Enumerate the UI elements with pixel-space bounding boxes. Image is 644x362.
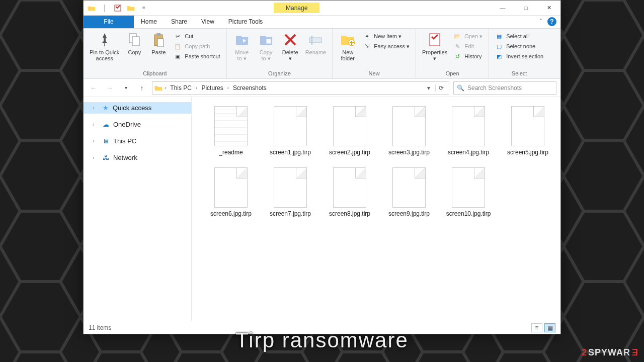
tab-picture-tools[interactable]: Picture Tools <box>221 16 270 28</box>
delete-button[interactable]: Delete ▾ <box>278 31 302 63</box>
breadcrumb[interactable]: › This PC › Pictures › Screenshots ▾ ⟳ <box>152 81 449 95</box>
move-to-button[interactable]: Move to ▾ <box>230 31 254 63</box>
tree-quick-access[interactable]: › ★ Quick access <box>84 102 191 114</box>
new-item-button[interactable]: ✦New item ▾ <box>362 32 411 41</box>
file-item[interactable]: _readme <box>206 106 256 156</box>
easy-access-button[interactable]: ⇲Easy access ▾ <box>362 42 411 51</box>
file-thumb <box>452 167 485 208</box>
qat-newfolder-icon[interactable] <box>125 3 137 14</box>
address-dropdown-icon[interactable]: ▾ <box>424 84 433 92</box>
copy-path-icon: 📋 <box>174 42 182 50</box>
file-thumb <box>511 106 544 146</box>
window-controls: — □ ✕ <box>491 1 560 16</box>
file-name: screen5.jpg.tirp <box>507 149 548 156</box>
search-input[interactable]: 🔍 Search Screenshots <box>453 81 556 95</box>
minimize-button[interactable]: — <box>491 1 514 16</box>
tab-share[interactable]: Share <box>164 16 194 28</box>
monitor-icon: 🖥 <box>103 137 109 145</box>
close-button[interactable]: ✕ <box>537 1 560 16</box>
pin-to-quick-access-button[interactable]: Pin to Quick access <box>87 31 122 62</box>
properties-button[interactable]: Properties ▾ <box>419 31 450 63</box>
tab-home[interactable]: Home <box>134 16 164 28</box>
delete-label: Delete ▾ <box>282 49 298 62</box>
chevron-right-icon: › <box>196 85 197 90</box>
open-icon: 📂 <box>453 32 461 40</box>
search-placeholder: Search Screenshots <box>467 84 522 92</box>
qat-properties-icon[interactable] <box>112 3 124 14</box>
copy-path-button[interactable]: 📋Copy path <box>173 42 221 51</box>
breadcrumb-thispc[interactable]: This PC <box>168 84 194 92</box>
watermark-2: 2 <box>582 347 587 358</box>
tree-network[interactable]: › 🖧 Network <box>84 152 191 163</box>
collapse-ribbon-icon[interactable]: ˄ <box>535 16 546 28</box>
file-item[interactable]: screen3.jpg.tirp <box>384 106 434 156</box>
up-button[interactable]: ↑ <box>136 82 148 94</box>
nav-tree[interactable]: › ★ Quick access › ☁ OneDrive › 🖥 This P… <box>84 97 192 321</box>
paste-shortcut-button[interactable]: ▣Paste shortcut <box>173 52 221 61</box>
tab-view[interactable]: View <box>194 16 221 28</box>
network-icon: 🖧 <box>103 154 109 161</box>
svg-rect-10 <box>309 38 321 43</box>
qat-customize-icon[interactable]: ≡ <box>138 3 150 14</box>
contextual-tab-manage[interactable]: Manage <box>274 3 319 13</box>
file-item[interactable]: screen6.jpg.tirp <box>206 167 256 218</box>
file-item[interactable]: screen1.jpg.tirp <box>265 106 315 156</box>
easy-access-icon: ⇲ <box>363 42 371 50</box>
cut-button[interactable]: ✂Cut <box>173 32 221 41</box>
forward-button[interactable]: → <box>104 82 116 94</box>
tree-onedrive[interactable]: › ☁ OneDrive <box>84 119 191 130</box>
select-none-icon: ▢ <box>495 42 503 50</box>
file-item[interactable]: screen4.jpg.tirp <box>443 106 494 156</box>
image-caption: Tirp ransomware <box>0 328 644 352</box>
select-none-label: Select none <box>506 43 535 49</box>
edit-button[interactable]: ✎Edit <box>452 42 484 51</box>
copy-button[interactable]: Copy <box>122 31 146 56</box>
file-item[interactable]: screen2.jpg.tirp <box>325 106 375 156</box>
history-label: History <box>464 53 481 59</box>
breadcrumb-screenshots[interactable]: Screenshots <box>231 84 269 92</box>
select-none-button[interactable]: ▢Select none <box>494 42 544 51</box>
recent-locations-button[interactable]: ▾ <box>120 82 132 94</box>
qat-divider: | <box>99 3 111 14</box>
file-thumb <box>274 106 307 146</box>
file-name: _readme <box>219 149 243 156</box>
ribbon: Pin to Quick access Copy Paste ✂Cut 📋Cop… <box>84 29 560 79</box>
tab-file[interactable]: File <box>84 16 134 28</box>
titlebar: | ≡ Manage — □ ✕ <box>84 1 560 16</box>
file-item[interactable]: screen10.jpg.tirp <box>443 167 494 218</box>
help-icon[interactable]: ? <box>547 17 556 26</box>
history-button[interactable]: ↺History <box>452 52 484 61</box>
file-name: screen6.jpg.tirp <box>210 211 252 218</box>
open-button[interactable]: 📂Open ▾ <box>452 32 484 41</box>
file-item[interactable]: screen8.jpg.tirp <box>325 167 375 218</box>
rename-label: Rename <box>305 49 327 55</box>
file-item[interactable]: screen7.jpg.tirp <box>265 167 315 218</box>
edit-icon: ✎ <box>453 42 461 50</box>
rename-button[interactable]: Rename <box>302 31 330 56</box>
new-folder-button[interactable]: New folder <box>336 31 360 62</box>
paste-button[interactable]: Paste <box>146 31 171 56</box>
copy-to-button[interactable]: Copy to ▾ <box>254 31 278 63</box>
refresh-button[interactable]: ⟳ <box>435 84 447 92</box>
folder-icon <box>86 3 98 14</box>
file-name: screen9.jpg.tirp <box>388 211 430 218</box>
file-item[interactable]: screen5.jpg.tirp <box>503 106 553 156</box>
tree-label: OneDrive <box>113 121 141 128</box>
group-label-select: Select <box>492 70 546 77</box>
file-thumb <box>214 167 248 208</box>
select-all-button[interactable]: ▦Select all <box>494 32 544 41</box>
file-thumb <box>274 167 307 208</box>
file-name: screen4.jpg.tirp <box>448 149 489 156</box>
group-label-open: Open <box>419 70 486 77</box>
maximize-button[interactable]: □ <box>514 1 537 16</box>
file-item[interactable]: screen9.jpg.tirp <box>384 167 434 218</box>
breadcrumb-pictures[interactable]: Pictures <box>199 84 225 92</box>
back-button[interactable]: ← <box>88 82 100 94</box>
svg-rect-9 <box>266 39 271 44</box>
files-view[interactable]: _readmescreen1.jpg.tirpscreen2.jpg.tirps… <box>192 97 560 321</box>
file-thumb <box>214 106 248 146</box>
tree-label: Quick access <box>113 104 151 112</box>
tree-this-pc[interactable]: › 🖥 This PC <box>84 135 191 147</box>
invert-selection-button[interactable]: ◩Invert selection <box>494 52 544 61</box>
select-all-icon: ▦ <box>495 32 503 40</box>
